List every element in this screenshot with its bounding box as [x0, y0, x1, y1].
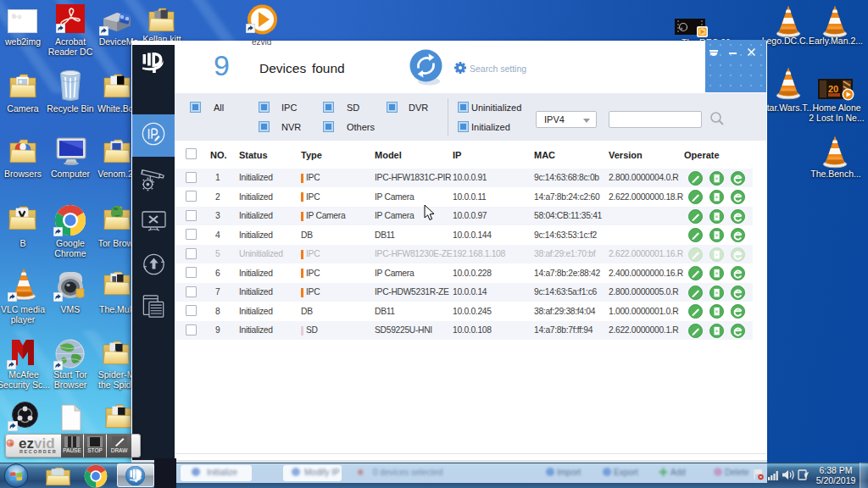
svg-text:20: 20	[828, 84, 838, 94]
